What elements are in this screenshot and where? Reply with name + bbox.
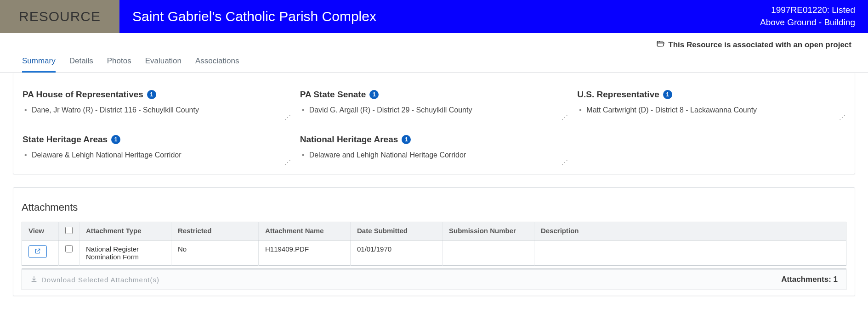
info-title: State Heritage Areas	[23, 134, 108, 145]
col-submission[interactable]: Submission Number	[443, 222, 534, 241]
col-date[interactable]: Date Submitted	[351, 222, 443, 241]
tab-details[interactable]: Details	[69, 52, 93, 73]
download-label: Download Selected Attachment(s)	[41, 276, 159, 284]
info-pa-senate: PA State Senate 1 David G. Argall (R) - …	[300, 90, 568, 119]
table-row: National Register Nomination Form No H11…	[22, 241, 846, 266]
table-header-row: View Attachment Type Restricted Attachme…	[22, 222, 846, 241]
info-state-heritage: State Heritage Areas 1 Delaware & Lehigh…	[23, 134, 291, 164]
folder-open-icon	[656, 39, 664, 50]
count-badge: 1	[111, 135, 120, 144]
resource-category: Above Ground - Building	[760, 17, 855, 29]
col-select-all	[59, 222, 79, 241]
info-title: National Heritage Areas	[300, 134, 398, 145]
resource-title: Saint Gabriel's Catholic Parish Complex	[132, 9, 376, 24]
count-badge: 1	[147, 90, 156, 99]
list-item: Delaware & Lehigh National Heritage Corr…	[23, 151, 283, 159]
resource-id-status: 1997RE01220: Listed	[760, 4, 855, 17]
attachments-panel: Attachments View Attachment Type Restric…	[13, 187, 855, 296]
resize-handle-icon[interactable]: ⋰	[562, 114, 568, 121]
info-title: PA State Senate	[300, 90, 366, 100]
info-title: PA House of Representatives	[23, 90, 143, 100]
header-banner: Saint Gabriel's Catholic Parish Complex …	[119, 0, 868, 33]
count-badge: 1	[402, 135, 411, 144]
cell-name: H119409.PDF	[259, 241, 351, 266]
list-item: David G. Argall (R) - District 29 - Schu…	[300, 106, 560, 114]
attachments-table: View Attachment Type Restricted Attachme…	[22, 222, 846, 266]
resize-handle-icon[interactable]: ⋰	[839, 114, 845, 121]
tab-associations[interactable]: Associations	[195, 52, 239, 73]
attachments-count: Attachments: 1	[781, 275, 838, 284]
cell-type: National Register Nomination Form	[79, 241, 171, 266]
col-type[interactable]: Attachment Type	[79, 222, 171, 241]
col-description[interactable]: Description	[534, 222, 846, 241]
info-title: U.S. Representative	[577, 90, 659, 100]
tab-bar: Summary Details Photos Evaluation Associ…	[0, 52, 868, 73]
view-attachment-button[interactable]	[28, 245, 47, 258]
resource-label: RESOURCE	[0, 0, 119, 33]
row-checkbox[interactable]	[65, 245, 73, 252]
list-item: Dane, Jr Watro (R) - District 116 - Schu…	[23, 106, 283, 114]
select-all-checkbox[interactable]	[65, 227, 73, 234]
summary-panel: PA House of Representatives 1 Dane, Jr W…	[13, 73, 855, 174]
list-item: Matt Cartwright (D) - District 8 - Lacka…	[577, 106, 837, 114]
cell-description	[534, 241, 846, 266]
resize-handle-icon[interactable]: ⋰	[284, 114, 291, 121]
resource-meta: 1997RE01220: Listed Above Ground - Build…	[760, 4, 855, 28]
header: RESOURCE Saint Gabriel's Catholic Parish…	[0, 0, 868, 33]
info-national-heritage: National Heritage Areas 1 Delaware and L…	[300, 134, 568, 164]
info-grid: PA House of Representatives 1 Dane, Jr W…	[23, 90, 845, 164]
count-badge: 1	[369, 90, 379, 99]
download-selected-button[interactable]: Download Selected Attachment(s)	[30, 275, 159, 284]
col-restricted[interactable]: Restricted	[171, 222, 259, 241]
open-project-notice[interactable]: This Resource is associated with an open…	[0, 33, 868, 50]
col-view[interactable]: View	[22, 222, 59, 241]
tab-photos[interactable]: Photos	[107, 52, 131, 73]
list-item: Delaware and Lehigh National Heritage Co…	[300, 151, 560, 159]
download-icon	[30, 275, 38, 284]
resize-handle-icon[interactable]: ⋰	[284, 159, 291, 166]
cell-date: 01/01/1970	[351, 241, 443, 266]
col-name[interactable]: Attachment Name	[259, 222, 351, 241]
count-badge: 1	[663, 90, 672, 99]
info-us-rep: U.S. Representative 1 Matt Cartwright (D…	[577, 90, 845, 119]
attachments-title: Attachments	[22, 201, 846, 213]
tab-summary[interactable]: Summary	[22, 52, 56, 73]
cell-submission	[443, 241, 534, 266]
info-pa-house: PA House of Representatives 1 Dane, Jr W…	[23, 90, 291, 119]
attachments-footer: Download Selected Attachment(s) Attachme…	[22, 269, 846, 290]
external-link-icon	[34, 248, 41, 256]
resize-handle-icon[interactable]: ⋰	[562, 159, 568, 166]
open-project-text: This Resource is associated with an open…	[668, 40, 851, 50]
cell-restricted: No	[171, 241, 259, 266]
tab-evaluation[interactable]: Evaluation	[145, 52, 182, 73]
